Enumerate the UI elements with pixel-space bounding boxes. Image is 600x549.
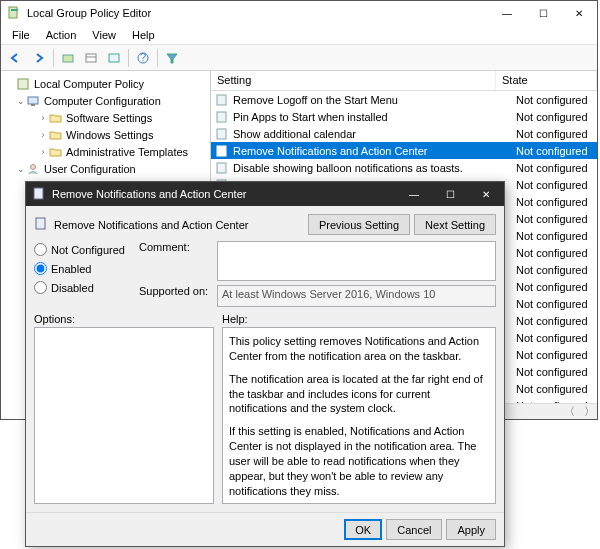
svg-rect-10	[31, 104, 35, 106]
state-radios: Not Configured Enabled Disabled	[34, 241, 129, 307]
tree-label: Software Settings	[66, 112, 152, 124]
toolbar-sep3	[157, 49, 158, 67]
dialog-heading: Remove Notifications and Action Center	[34, 217, 304, 233]
menu-file[interactable]: File	[5, 27, 37, 43]
user-icon	[27, 163, 41, 175]
radio-enabled[interactable]: Enabled	[34, 262, 129, 275]
comment-input[interactable]	[217, 241, 496, 281]
folder-icon	[49, 129, 63, 141]
setting-icon	[215, 162, 229, 174]
radio-not-configured[interactable]: Not Configured	[34, 243, 129, 256]
next-setting-button[interactable]: Next Setting	[414, 214, 496, 235]
list-row[interactable]: Remove Logoff on the Start MenuNot confi…	[211, 91, 597, 108]
policy-icon	[34, 217, 48, 233]
svg-rect-3	[86, 54, 96, 62]
apply-button[interactable]: Apply	[446, 519, 496, 540]
row-state: Not configured	[496, 332, 597, 344]
policy-dialog: Remove Notifications and Action Center —…	[25, 181, 505, 547]
folder-icon	[49, 112, 63, 124]
setting-icon	[215, 111, 229, 123]
svg-rect-16	[217, 163, 226, 173]
collapse-icon[interactable]: ⌄	[15, 164, 27, 174]
help-box[interactable]: This policy setting removes Notification…	[222, 327, 496, 504]
supported-label: Supported on:	[139, 285, 211, 307]
dialog-title: Remove Notifications and Action Center	[52, 188, 396, 200]
row-name: Remove Notifications and Action Center	[233, 145, 427, 157]
toolbar: ?	[1, 45, 597, 71]
back-button[interactable]	[5, 47, 27, 69]
setting-icon	[215, 145, 229, 157]
radio-label: Not Configured	[51, 244, 125, 256]
close-button[interactable]: ✕	[561, 1, 597, 25]
tree-root[interactable]: Local Computer Policy	[3, 75, 208, 92]
dialog-maximize[interactable]: ☐	[432, 182, 468, 206]
collapse-icon[interactable]: ⌄	[15, 96, 27, 106]
svg-rect-15	[217, 146, 226, 156]
tree-uc-label: User Configuration	[44, 163, 136, 175]
svg-rect-8	[18, 79, 28, 89]
row-state: Not configured	[496, 162, 597, 174]
list-row[interactable]: Remove Notifications and Action CenterNo…	[211, 142, 597, 159]
tree-cc-label: Computer Configuration	[44, 95, 161, 107]
cancel-button[interactable]: Cancel	[386, 519, 442, 540]
expand-icon[interactable]: ›	[37, 130, 49, 140]
help-p3: If this setting is enabled, Notification…	[229, 424, 489, 498]
row-state: Not configured	[496, 179, 597, 191]
row-state: Not configured	[496, 281, 597, 293]
folder-icon	[49, 146, 63, 158]
properties-button[interactable]	[80, 47, 102, 69]
maximize-button[interactable]: ☐	[525, 1, 561, 25]
options-help-split: Options: Help: This policy setting remov…	[34, 313, 496, 504]
row-state: Not configured	[496, 383, 597, 395]
tree-uc[interactable]: ⌄ User Configuration	[3, 160, 208, 177]
list-row[interactable]: Disable showing balloon notifications as…	[211, 159, 597, 176]
dialog-close[interactable]: ✕	[468, 182, 504, 206]
tree-cc-child[interactable]: ›Software Settings	[3, 109, 208, 126]
previous-setting-button[interactable]: Previous Setting	[308, 214, 410, 235]
col-setting[interactable]: Setting	[211, 71, 496, 90]
minimize-button[interactable]: —	[489, 1, 525, 25]
config-row: Not Configured Enabled Disabled Comment:…	[34, 241, 496, 307]
dialog-titlebar: Remove Notifications and Action Center —…	[26, 182, 504, 206]
help-col: Help: This policy setting removes Notifi…	[222, 313, 496, 504]
svg-rect-9	[28, 97, 38, 104]
menu-action[interactable]: Action	[39, 27, 84, 43]
row-state: Not configured	[496, 94, 597, 106]
expand-icon[interactable]: ›	[37, 147, 49, 157]
dialog-minimize[interactable]: —	[396, 182, 432, 206]
row-name: Disable showing balloon notifications as…	[233, 162, 463, 174]
menu-view[interactable]: View	[85, 27, 123, 43]
dialog-heading-text: Remove Notifications and Action Center	[54, 219, 248, 231]
options-col: Options:	[34, 313, 214, 504]
fields: Comment: Supported on: At least Windows …	[139, 241, 496, 307]
row-state: Not configured	[496, 128, 597, 140]
col-state[interactable]: State	[496, 71, 597, 90]
menu-help[interactable]: Help	[125, 27, 162, 43]
radio-disabled[interactable]: Disabled	[34, 281, 129, 294]
up-button[interactable]	[57, 47, 79, 69]
app-icon	[7, 6, 21, 20]
help-p2: The notification area is located at the …	[229, 372, 489, 417]
tree-cc[interactable]: ⌄ Computer Configuration	[3, 92, 208, 109]
refresh-button[interactable]	[103, 47, 125, 69]
filter-button[interactable]	[161, 47, 183, 69]
policy-icon	[17, 78, 31, 90]
tree-cc-child[interactable]: ›Administrative Templates	[3, 143, 208, 160]
list-header: Setting State	[211, 71, 597, 91]
forward-button[interactable]	[28, 47, 50, 69]
row-name: Pin Apps to Start when installed	[233, 111, 388, 123]
help-button[interactable]: ?	[132, 47, 154, 69]
svg-text:?: ?	[140, 52, 146, 63]
setting-icon	[215, 94, 229, 106]
row-state: Not configured	[496, 213, 597, 225]
expand-icon[interactable]: ›	[37, 113, 49, 123]
list-row[interactable]: Show additional calendarNot configured	[211, 125, 597, 142]
options-box[interactable]	[34, 327, 214, 504]
options-label: Options:	[34, 313, 214, 325]
svg-rect-1	[11, 9, 18, 11]
ok-button[interactable]: OK	[344, 519, 382, 540]
list-row[interactable]: Pin Apps to Start when installedNot conf…	[211, 108, 597, 125]
dialog-body: Remove Notifications and Action Center P…	[26, 206, 504, 512]
tree-cc-child[interactable]: ›Windows Settings	[3, 126, 208, 143]
tree-root-label: Local Computer Policy	[34, 78, 144, 90]
